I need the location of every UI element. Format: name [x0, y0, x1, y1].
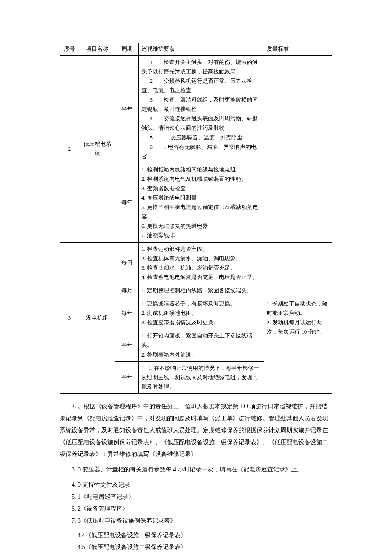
- paragraph: 3. 0 变压器、计量柜的有关运行参数每 4 小时记录一次，填写在《配电房巡查记…: [60, 464, 332, 476]
- cell-period: 每年: [115, 163, 139, 242]
- cell-points: 1. 打开箱内面板，紧固自动开关上下端接线端头。 2. 补刷槽箱内外油漆。: [139, 329, 264, 361]
- cell-standard: 1. 长期处于自动状态，随时能正常启动。 2. 发动机每月试运行两次，每次运行 …: [264, 242, 332, 393]
- list-item: 4.5《低压配电设备设施二级保养记录表》: [60, 541, 332, 553]
- points-text: 1. 更换滤清器芯子，有损坏及时更换。 2. 测试机组接地电阻。 3. 检查皮带…: [141, 299, 261, 327]
- cell-period: 半年: [115, 55, 139, 163]
- cell-name: 低压配电系统: [79, 55, 115, 242]
- cell-points: 1. 在不影响正常使用的情况下，每半年检修一次照明主线，测试线间及对地绝缘电阻，…: [139, 361, 264, 393]
- header-standard: 质量标准: [264, 43, 332, 56]
- cell-period: 每日: [115, 242, 139, 284]
- header-seq: 序号: [60, 43, 79, 56]
- cell-points: 1. 更换滤清器芯子，有损坏及时更换。 2. 测试机组接地电阻。 3. 检查皮带…: [139, 297, 264, 329]
- cell-points: 1 ．检查开关主触头，对有的伤、烧蚀的触头予以打磨光滑或更换，提高接触效果。 2…: [139, 55, 264, 163]
- header-points: 巡视维护要点: [139, 43, 264, 56]
- list-item: 4. 0 支持性文件及记录: [60, 479, 332, 491]
- points-text: 1. 检测柜箱内线路相间绝缘与接地电阻。 2. 检测系统内电气及机械联锁装置的性…: [141, 165, 261, 241]
- cell-seq: 3: [60, 242, 79, 393]
- list-item: 4.6《派工单》: [60, 553, 332, 555]
- cell-period: 半年: [115, 361, 139, 393]
- list-item: 5. 1《配电房巡查记录》: [60, 491, 332, 503]
- points-text: 1. 打开箱内面板，紧固自动开关上下端接线端头。 2. 补刷槽箱内外油漆。: [141, 331, 261, 359]
- points-text: 1. 定期整理控制柜内线路，紧固各接线端头。: [141, 286, 261, 295]
- cell-seq: 2: [60, 55, 79, 242]
- header-name: 项目名称: [79, 43, 115, 56]
- cell-period: 每年: [115, 297, 139, 329]
- numbered-list: 4. 0 支持性文件及记录 5. 1《配电房巡查记录》 6. 2《设备管理程序》…: [60, 479, 332, 527]
- cell-points: 1. 定期整理控制柜内线路，紧固各接线端头。: [139, 284, 264, 297]
- points-text: 1. 在不影响正常使用的情况下，每半年检修一次照明主线，测试线间及对地绝缘电阻，…: [141, 363, 261, 392]
- table-row: 2 低压配电系统 半年 1 ．检查开关主触头，对有的伤、烧蚀的触头予以打磨光滑或…: [60, 55, 332, 163]
- cell-name: 发电机组: [79, 242, 115, 393]
- header-period: 周期: [115, 43, 139, 56]
- table-header-row: 序号 项目名称 周期 巡视维护要点 质量标准: [60, 43, 332, 56]
- cell-standard: [264, 55, 332, 242]
- paragraph: 2. 。根据《设备管理程序》中的责任分工，值班人根据本规定第 LO 项进行日常巡…: [60, 401, 332, 460]
- points-text: 1 ．检查开关主触头，对有的伤、烧蚀的触头予以打磨光滑或更换，提高接触效果。 2…: [141, 58, 261, 161]
- cell-points: 1. 检测柜箱内线路相间绝缘与接地电阻。 2. 检测系统内电气及机械联锁装置的性…: [139, 163, 264, 242]
- standard-text: 1. 长期处于自动状态，随时能正常启动。 2. 发动机每月试运行两次，每次运行 …: [267, 299, 329, 337]
- list-item: 6. 2《设备管理程序》: [60, 503, 332, 515]
- body-text: 2. 。根据《设备管理程序》中的责任分工，值班人根据本规定第 LO 项进行日常巡…: [60, 401, 332, 555]
- maintenance-table: 序号 项目名称 周期 巡视维护要点 质量标准 2 低压配电系统 半年 1 ．检查…: [60, 43, 332, 394]
- points-text: 1. 检查运动部件是否牢固。 2. 检查机体有无漏水、漏油、漏电现象。 3. 检…: [141, 244, 261, 282]
- cell-period: 半年: [115, 329, 139, 361]
- cell-points: 1. 检查运动部件是否牢固。 2. 检查机体有无漏水、漏油、漏电现象。 3. 检…: [139, 242, 264, 284]
- table-row: 3 发电机组 每日 1. 检查运动部件是否牢固。 2. 检查机体有无漏水、漏油、…: [60, 242, 332, 284]
- list-item: 4.4《低压配电设备设施一级保养记录表》: [60, 529, 332, 541]
- cell-period: 每月: [115, 284, 139, 297]
- list-item: 7. 3《低压配电设备设施例保养记录表》: [60, 515, 332, 527]
